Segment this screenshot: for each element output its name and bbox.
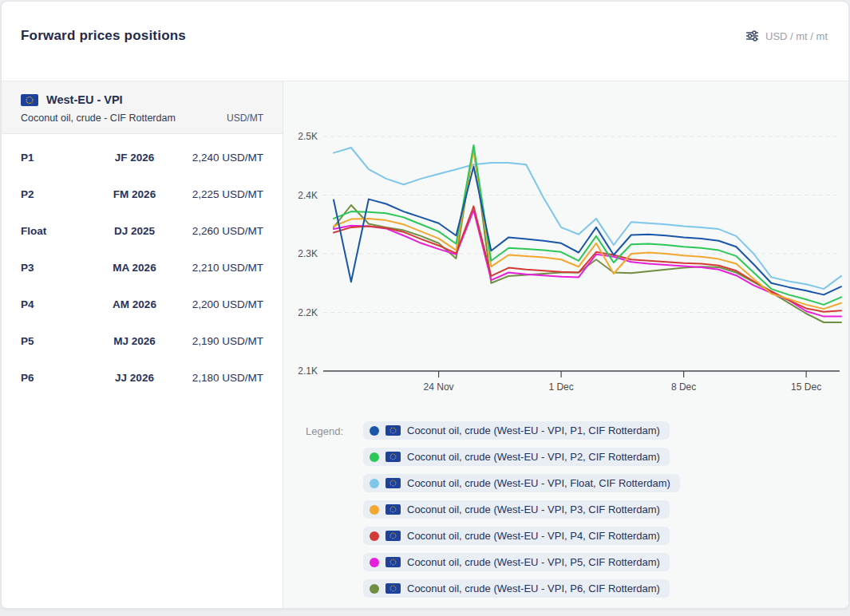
period-label: FM 2026 <box>89 188 180 200</box>
table-row[interactable]: P2 FM 2026 2,225 USD/MT <box>2 176 283 212</box>
table-row[interactable]: P6 JJ 2026 2,180 USD/MT <box>2 359 283 396</box>
series-color-dot <box>370 584 379 594</box>
y-axis-tick-label: 2.4K <box>298 190 318 201</box>
y-axis-tick-label: 2.5K <box>298 131 318 142</box>
chart-legend: Legend: Coconut oil, crude <box>283 421 848 598</box>
legend-item[interactable]: Coconut oil, crude (West-EU - VPI, P6, C… <box>363 579 670 598</box>
product-subtitle: Coconut oil, crude - CIF Rotterdam <box>21 113 176 124</box>
period-label: DJ 2025 <box>89 225 180 237</box>
series-line <box>334 207 841 312</box>
unit-column-header: USD/MT <box>227 113 263 124</box>
legend-item-label: Coconut oil, crude (West-EU - VPI, P1, C… <box>407 424 660 436</box>
sliders-icon <box>745 30 759 42</box>
positions-panel: West-EU - VPI Coconut oil, crude - CIF R… <box>2 81 283 609</box>
series-color-dot <box>370 452 379 462</box>
position-label: P4 <box>21 298 89 310</box>
eu-flag-icon <box>385 557 401 567</box>
price-value: 2,260 USD/MT <box>180 225 263 237</box>
eu-flag-icon <box>385 452 401 462</box>
price-value: 2,200 USD/MT <box>180 298 263 310</box>
y-axis-tick-label: 2.1K <box>298 365 318 377</box>
positions-panel-header: West-EU - VPI Coconut oil, crude - CIF R… <box>2 81 283 134</box>
legend-item[interactable]: Coconut oil, crude (West-EU - VPI, P3, C… <box>363 500 670 519</box>
legend-item-label: Coconut oil, crude (West-EU - VPI, P5, C… <box>407 556 660 568</box>
period-label: JF 2026 <box>89 152 180 164</box>
series-line <box>334 148 841 289</box>
x-axis-tick-label: 1 Dec <box>548 381 573 393</box>
position-label: P6 <box>21 372 89 384</box>
position-label: P2 <box>21 188 89 200</box>
y-axis-tick-label: 2.2K <box>298 307 318 318</box>
positions-table: P1 JF 2026 2,240 USD/MT P2 FM 2026 2,225… <box>2 134 283 396</box>
price-value: 2,240 USD/MT <box>180 152 263 164</box>
position-label: Float <box>21 225 89 237</box>
legend-item[interactable]: Coconut oil, crude (West-EU - VPI, P4, C… <box>363 527 670 545</box>
position-label: P3 <box>21 262 89 274</box>
table-row[interactable]: P1 JF 2026 2,240 USD/MT <box>2 139 283 176</box>
legend-item-label: Coconut oil, crude (West-EU - VPI, Float… <box>407 477 670 489</box>
position-label: P5 <box>21 335 89 347</box>
page-title: Forward prices positions <box>21 28 186 44</box>
eu-flag-icon <box>385 504 401 515</box>
table-row[interactable]: Float DJ 2025 2,260 USD/MT <box>2 212 283 249</box>
x-axis-tick-label: 24 Nov <box>424 381 454 393</box>
eu-flag-icon <box>385 478 401 488</box>
region-title: West-EU - VPI <box>46 93 123 106</box>
price-value: 2,190 USD/MT <box>180 335 263 347</box>
series-line <box>334 149 841 309</box>
series-line <box>334 167 841 295</box>
table-row[interactable]: P4 AM 2026 2,200 USD/MT <box>2 286 283 322</box>
eu-flag-icon <box>385 583 401 594</box>
series-color-dot <box>370 505 379 515</box>
eu-flag-icon <box>385 425 401 436</box>
y-axis-tick-label: 2.3K <box>298 248 318 259</box>
legend-item[interactable]: Coconut oil, crude (West-EU - VPI, P1, C… <box>363 421 670 440</box>
series-color-dot <box>370 531 379 541</box>
price-value: 2,180 USD/MT <box>180 372 263 384</box>
legend-item-label: Coconut oil, crude (West-EU - VPI, P3, C… <box>407 503 660 515</box>
unit-selector-button[interactable]: USD / mt / mt <box>745 30 828 42</box>
legend-item-label: Coconut oil, crude (West-EU - VPI, P6, C… <box>407 582 660 594</box>
period-label: MA 2026 <box>89 262 180 274</box>
period-label: MJ 2026 <box>89 335 180 347</box>
unit-selector-label: USD / mt / mt <box>765 30 828 42</box>
chart-panel: 2.1K2.2K2.3K2.4K2.5K24 Nov1 Dec8 Dec15 D… <box>283 81 848 609</box>
x-axis-tick-label: 15 Dec <box>791 381 821 393</box>
table-row[interactable]: P3 MA 2026 2,210 USD/MT <box>2 249 283 286</box>
legend-item-label: Coconut oil, crude (West-EU - VPI, P4, C… <box>407 530 660 542</box>
legend-item[interactable]: Coconut oil, crude (West-EU - VPI, P5, C… <box>363 553 670 571</box>
forward-prices-chart[interactable]: 2.1K2.2K2.3K2.4K2.5K24 Nov1 Dec8 Dec15 D… <box>283 81 848 401</box>
series-color-dot <box>370 426 379 436</box>
price-value: 2,210 USD/MT <box>180 262 263 274</box>
series-color-dot <box>370 558 379 567</box>
period-label: JJ 2026 <box>89 372 180 384</box>
table-row[interactable]: P5 MJ 2026 2,190 USD/MT <box>2 322 283 359</box>
eu-flag-icon <box>21 94 38 106</box>
legend-item-label: Coconut oil, crude (West-EU - VPI, P2, C… <box>407 451 660 463</box>
legend-item[interactable]: Coconut oil, crude (West-EU - VPI, P2, C… <box>363 448 670 466</box>
position-label: P1 <box>21 152 89 164</box>
card-header: Forward prices positions USD / mt / <box>2 2 848 81</box>
legend-label: Legend: <box>306 425 363 437</box>
price-value: 2,225 USD/MT <box>180 188 263 200</box>
series-color-dot <box>370 479 379 488</box>
forward-prices-card: Forward prices positions USD / mt / <box>1 1 849 609</box>
legend-item[interactable]: Coconut oil, crude (West-EU - VPI, Float… <box>363 474 680 492</box>
eu-flag-icon <box>385 531 401 541</box>
series-line <box>334 145 841 305</box>
period-label: AM 2026 <box>89 298 180 310</box>
x-axis-tick-label: 8 Dec <box>671 381 696 393</box>
